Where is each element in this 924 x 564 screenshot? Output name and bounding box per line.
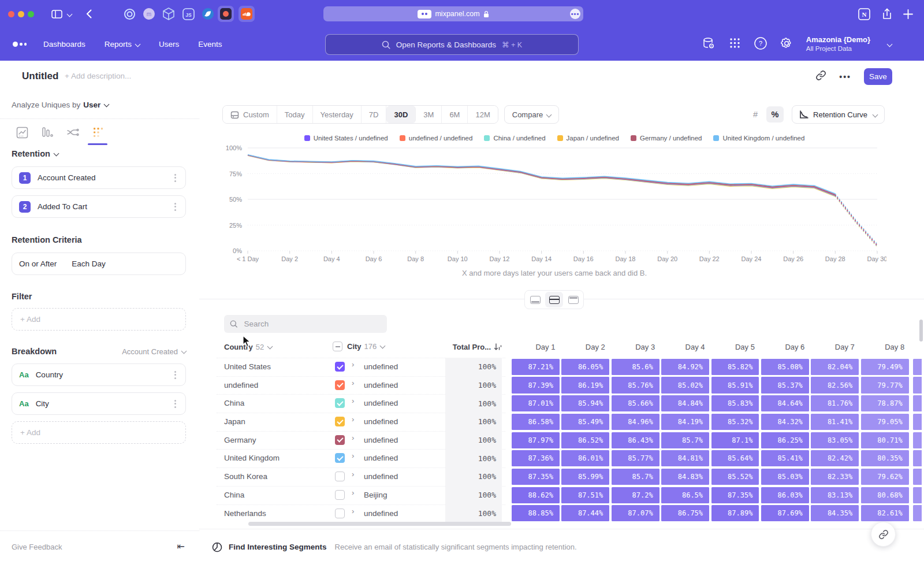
step-menu-icon[interactable] — [172, 201, 178, 213]
legend-item[interactable]: United Kingdom / undefined — [713, 135, 804, 142]
report-title[interactable]: Untitled — [22, 70, 58, 82]
range-button-yesterday[interactable]: Yesterday — [313, 106, 362, 123]
tab-group-chevron-icon[interactable] — [65, 6, 74, 22]
day-column-header[interactable]: Day 8 — [861, 343, 911, 351]
expand-row-chevron-icon[interactable]: › — [352, 470, 354, 478]
view-chart-only-button[interactable] — [526, 292, 544, 307]
range-button-12m[interactable]: 12M — [468, 106, 497, 123]
day-column-header[interactable]: Day 1 — [512, 343, 561, 351]
address-bar[interactable]: mixpanel.com ••• — [323, 6, 583, 21]
favicon-cube-icon[interactable] — [161, 6, 177, 22]
legend-item[interactable]: Japan / undefined — [557, 135, 619, 142]
criteria-each-day[interactable]: Each Day — [72, 259, 178, 268]
settings-gear-icon[interactable] — [780, 37, 793, 52]
nav-item-users[interactable]: Users — [159, 40, 179, 49]
unit-toggle-percent[interactable]: % — [766, 106, 784, 123]
share-link-floating-button[interactable] — [871, 522, 896, 547]
breakdown-add-button[interactable]: + Add — [12, 421, 186, 444]
open-reports-search[interactable]: Open Reports & Dashboards ⌘ + K — [325, 34, 579, 55]
city-column-header[interactable]: City176 — [333, 342, 385, 351]
row-checkbox[interactable] — [335, 435, 345, 445]
find-segments-title[interactable]: Find Interesting Segments — [229, 543, 327, 551]
range-button-7d[interactable]: 7D — [362, 106, 387, 123]
view-split-button[interactable] — [545, 292, 563, 307]
range-button-30d[interactable]: 30D — [386, 106, 416, 123]
new-tab-icon[interactable] — [900, 6, 916, 22]
breakdown-card-city[interactable]: Aa City — [12, 392, 186, 415]
notion-extension-icon[interactable]: N — [856, 6, 872, 22]
breakdown-menu-icon[interactable] — [172, 398, 178, 410]
back-button-icon[interactable] — [81, 6, 97, 22]
window-close-button[interactable] — [8, 11, 14, 17]
more-options-icon[interactable]: ••• — [839, 72, 851, 81]
row-checkbox[interactable] — [335, 417, 345, 426]
range-button-today[interactable]: Today — [277, 106, 313, 123]
expand-row-chevron-icon[interactable]: › — [352, 415, 354, 424]
favicon-soundcloud-icon[interactable] — [239, 6, 255, 22]
window-minimize-button[interactable] — [18, 11, 24, 17]
row-checkbox[interactable] — [335, 453, 345, 463]
row-checkbox[interactable] — [335, 380, 345, 390]
legend-item[interactable]: undefined / undefined — [400, 135, 473, 142]
view-table-only-button[interactable] — [564, 292, 582, 307]
day-column-header[interactable]: Day 2 — [561, 343, 611, 351]
range-button-6m[interactable]: 6M — [442, 106, 468, 123]
legend-item[interactable]: United States / undefined — [304, 135, 388, 142]
horizontal-scrollbar[interactable] — [248, 522, 511, 526]
step-menu-icon[interactable] — [172, 172, 178, 184]
expand-row-chevron-icon[interactable]: › — [352, 379, 354, 387]
project-chevron-icon[interactable] — [887, 42, 893, 47]
criteria-card[interactable]: On or After Each Day — [12, 253, 186, 275]
day-column-header[interactable]: Day 3 — [612, 343, 661, 351]
table-search[interactable] — [224, 315, 387, 333]
nav-item-reports[interactable]: Reports — [105, 40, 140, 49]
select-all-checkbox[interactable] — [333, 342, 342, 351]
help-icon[interactable]: ? — [754, 37, 767, 52]
step-card-added-to-cart[interactable]: 2 Added To Cart — [12, 195, 186, 218]
expand-row-chevron-icon[interactable]: › — [352, 360, 354, 369]
data-management-icon[interactable] — [702, 36, 716, 53]
day-column-header[interactable]: Day 4 — [661, 343, 711, 351]
tab-flows[interactable] — [64, 123, 82, 142]
total-column-header[interactable]: Total Pro... — [438, 343, 502, 351]
give-feedback-link[interactable]: Give Feedback — [12, 543, 62, 551]
vertical-scrollbar[interactable] — [919, 320, 923, 342]
project-switcher[interactable]: Amazonia {Demo} All Project Data — [806, 35, 870, 53]
copy-link-icon[interactable] — [815, 70, 826, 83]
save-button[interactable]: Save — [864, 68, 892, 85]
unit-toggle-count[interactable]: # — [747, 106, 764, 123]
chart-type-button[interactable]: Retention Curve — [792, 105, 885, 124]
share-icon[interactable] — [879, 6, 895, 22]
window-zoom-button[interactable] — [28, 11, 34, 17]
row-checkbox[interactable] — [335, 398, 345, 408]
table-search-input[interactable] — [243, 319, 381, 329]
day-column-header[interactable]: Day 7 — [811, 343, 860, 351]
tab-retention[interactable] — [89, 123, 107, 142]
day-column-header[interactable]: Day 6 — [761, 343, 811, 351]
criteria-on-or-after[interactable]: On or After — [19, 259, 57, 268]
row-checkbox[interactable] — [335, 490, 345, 500]
nav-item-dashboards[interactable]: Dashboards — [43, 40, 85, 49]
range-button-3m[interactable]: 3M — [416, 106, 442, 123]
expand-row-chevron-icon[interactable]: › — [352, 451, 354, 460]
collapse-sidebar-icon[interactable]: ⇤ — [177, 541, 185, 552]
analyze-uniques-row[interactable]: Analyze Uniques byUser — [12, 101, 109, 109]
row-checkbox[interactable] — [335, 362, 345, 372]
legend-item[interactable]: Germany / undefined — [631, 135, 702, 142]
compare-button[interactable]: Compare — [504, 105, 559, 124]
tab-funnels[interactable] — [38, 123, 57, 142]
row-checkbox[interactable] — [335, 472, 345, 481]
apps-grid-icon[interactable] — [729, 37, 741, 51]
filter-add-button[interactable]: + Add — [12, 308, 186, 331]
expand-row-chevron-icon[interactable]: › — [352, 488, 354, 497]
breakdown-menu-icon[interactable] — [172, 369, 178, 381]
expand-row-chevron-icon[interactable]: › — [352, 396, 354, 405]
favicon-js-icon[interactable]: JS — [180, 6, 196, 22]
favicon-bird-icon[interactable] — [200, 6, 216, 22]
step-card-account-created[interactable]: 1 Account Created — [12, 166, 186, 189]
sidebar-toggle-icon[interactable] — [49, 6, 65, 22]
expand-row-chevron-icon[interactable]: › — [352, 507, 354, 515]
legend-item[interactable]: China / undefined — [484, 135, 545, 142]
expand-row-chevron-icon[interactable]: › — [352, 433, 354, 442]
favicon-m-icon[interactable]: m — [141, 6, 157, 22]
